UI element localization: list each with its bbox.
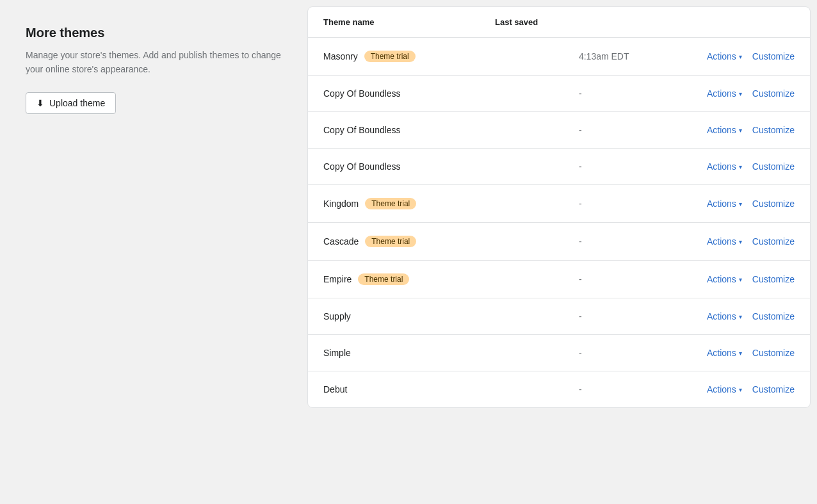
actions-label: Actions [707, 51, 736, 61]
actions-label: Actions [707, 274, 736, 284]
page-wrapper: More themes Manage your store's themes. … [0, 0, 817, 504]
row-actions: Actions▾Customize [707, 51, 795, 61]
customize-button[interactable]: Customize [752, 125, 795, 135]
theme-name: Copy Of Boundless [323, 88, 401, 99]
chevron-down-icon: ▾ [739, 386, 742, 393]
actions-label: Actions [707, 88, 736, 99]
last-saved-value: - [579, 384, 707, 394]
table-row: Debut-Actions▾Customize [308, 371, 810, 407]
actions-button[interactable]: Actions▾ [707, 125, 742, 135]
row-actions: Actions▾Customize [707, 88, 795, 99]
table-row: Copy Of Boundless-Actions▾Customize [308, 112, 810, 149]
col-header-last-saved: Last saved [495, 17, 667, 27]
actions-button[interactable]: Actions▾ [707, 51, 742, 61]
actions-button[interactable]: Actions▾ [707, 274, 742, 284]
actions-label: Actions [707, 199, 736, 209]
actions-label: Actions [707, 384, 736, 394]
theme-name-cell: Simple [323, 348, 579, 358]
sidebar: More themes Manage your store's themes. … [0, 0, 307, 140]
theme-name-cell: Copy Of Boundless [323, 125, 579, 135]
actions-button[interactable]: Actions▾ [707, 384, 742, 394]
sidebar-title: More themes [26, 26, 282, 40]
chevron-down-icon: ▾ [739, 200, 742, 207]
actions-label: Actions [707, 311, 736, 321]
actions-button[interactable]: Actions▾ [707, 311, 742, 321]
customize-button[interactable]: Customize [752, 384, 795, 394]
theme-rows-container: MasonryTheme trial4:13am EDTActions▾Cust… [308, 38, 810, 407]
actions-label: Actions [707, 125, 736, 135]
chevron-down-icon: ▾ [739, 90, 742, 97]
actions-button[interactable]: Actions▾ [707, 236, 742, 247]
theme-name-cell: Debut [323, 384, 579, 394]
actions-button[interactable]: Actions▾ [707, 199, 742, 209]
row-actions: Actions▾Customize [707, 161, 795, 172]
actions-button[interactable]: Actions▾ [707, 161, 742, 172]
table-row: CascadeTheme trial-Actions▾Customize [308, 223, 810, 261]
actions-button[interactable]: Actions▾ [707, 88, 742, 99]
row-actions: Actions▾Customize [707, 236, 795, 247]
row-actions: Actions▾Customize [707, 311, 795, 321]
chevron-down-icon: ▾ [739, 350, 742, 357]
row-actions: Actions▾Customize [707, 125, 795, 135]
sidebar-description: Manage your store's themes. Add and publ… [26, 48, 282, 77]
table-row: MasonryTheme trial4:13am EDTActions▾Cust… [308, 38, 810, 76]
theme-name-cell: CascadeTheme trial [323, 236, 579, 247]
customize-button[interactable]: Customize [752, 161, 795, 172]
actions-label: Actions [707, 161, 736, 172]
customize-button[interactable]: Customize [752, 236, 795, 247]
upload-button-label: Upload theme [49, 98, 105, 108]
table-header: Theme name Last saved [308, 7, 810, 38]
last-saved-value: 4:13am EDT [579, 51, 707, 61]
last-saved-value: - [579, 274, 707, 284]
themes-table-panel: Theme name Last saved MasonryTheme trial… [307, 6, 811, 408]
table-row: Simple-Actions▾Customize [308, 335, 810, 371]
theme-name: Masonry [323, 51, 358, 61]
row-actions: Actions▾Customize [707, 274, 795, 284]
theme-name: Empire [323, 274, 352, 284]
customize-button[interactable]: Customize [752, 88, 795, 99]
table-row: EmpireTheme trial-Actions▾Customize [308, 261, 810, 298]
customize-button[interactable]: Customize [752, 274, 795, 284]
last-saved-value: - [579, 161, 707, 172]
last-saved-value: - [579, 199, 707, 209]
actions-button[interactable]: Actions▾ [707, 348, 742, 358]
theme-trial-badge: Theme trial [358, 273, 409, 285]
upload-theme-button[interactable]: ⬇ Upload theme [26, 92, 116, 114]
last-saved-value: - [579, 348, 707, 358]
theme-name-cell: Copy Of Boundless [323, 88, 579, 99]
actions-label: Actions [707, 348, 736, 358]
customize-button[interactable]: Customize [752, 51, 795, 61]
last-saved-value: - [579, 311, 707, 321]
theme-trial-badge: Theme trial [364, 51, 416, 62]
theme-name: Copy Of Boundless [323, 125, 401, 135]
last-saved-value: - [579, 88, 707, 99]
customize-button[interactable]: Customize [752, 311, 795, 321]
chevron-down-icon: ▾ [739, 53, 742, 60]
theme-name-cell: KingdomTheme trial [323, 198, 579, 209]
customize-button[interactable]: Customize [752, 348, 795, 358]
theme-name-cell: Supply [323, 311, 579, 321]
table-row: Copy Of Boundless-Actions▾Customize [308, 149, 810, 185]
theme-name: Simple [323, 348, 351, 358]
theme-name: Copy Of Boundless [323, 161, 401, 172]
row-actions: Actions▾Customize [707, 199, 795, 209]
customize-button[interactable]: Customize [752, 199, 795, 209]
actions-label: Actions [707, 236, 736, 247]
theme-name: Debut [323, 384, 347, 394]
theme-name: Supply [323, 311, 351, 321]
chevron-down-icon: ▾ [739, 127, 742, 134]
table-row: Copy Of Boundless-Actions▾Customize [308, 76, 810, 112]
theme-trial-badge: Theme trial [365, 236, 416, 247]
chevron-down-icon: ▾ [739, 313, 742, 320]
theme-name-cell: MasonryTheme trial [323, 51, 579, 62]
last-saved-value: - [579, 236, 707, 247]
chevron-down-icon: ▾ [739, 238, 742, 245]
table-row: Supply-Actions▾Customize [308, 298, 810, 335]
theme-trial-badge: Theme trial [365, 198, 416, 209]
col-header-theme-name: Theme name [323, 17, 495, 27]
theme-name-cell: EmpireTheme trial [323, 273, 579, 285]
theme-name: Cascade [323, 236, 359, 247]
theme-name-cell: Copy Of Boundless [323, 161, 579, 172]
theme-name: Kingdom [323, 199, 359, 209]
chevron-down-icon: ▾ [739, 163, 742, 170]
